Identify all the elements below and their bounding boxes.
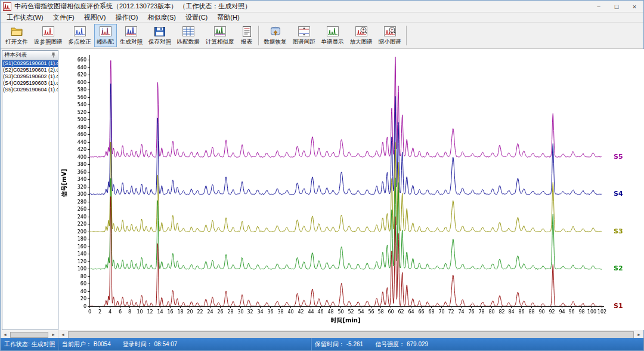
set-reference-button[interactable]: 设参照图谱 [31, 24, 66, 47]
toolbar-button-label: 设参照图谱 [34, 38, 63, 46]
toolbar-button-label: 保存对照 [148, 38, 171, 46]
menu-item-4[interactable]: 相似度(S) [143, 13, 181, 22]
toolbar-button-label: 匹配数据 [177, 38, 200, 46]
retention-time-value: -5.261 [346, 341, 363, 347]
window-controls: − □ × [590, 1, 643, 12]
title-bar: 中药色谱指纹图谱相似度评价系统（2012.130723版本） （工作状态：生成对… [1, 1, 643, 13]
multi-point-calibration-button[interactable]: 多点校正 [66, 24, 94, 47]
zoom-out-chart-icon: − [383, 26, 397, 38]
toolbar-button-label: 打开文件 [5, 38, 28, 46]
app-window: 中药色谱指纹图谱相似度评价系统（2012.130723版本） （工作状态：生成对… [0, 0, 644, 351]
report-icon [240, 26, 253, 38]
chart-spacing-icon [298, 26, 311, 38]
zoom-in-chart-button[interactable]: +放大图谱 [347, 24, 376, 47]
current-user-label: 当前用户： [62, 341, 92, 347]
toolbar-button-label: 缩小图谱 [379, 38, 401, 46]
sample-list: (S1)C0295190601 (1).cdf(S2)C0295190601 (… [2, 60, 58, 330]
toolbar-button-label: 多点校正 [69, 38, 91, 46]
chart-area [58, 49, 644, 330]
zoom-in-chart-icon: + [355, 26, 368, 38]
status-retention-time: 保留时间： -5.261 [315, 340, 363, 349]
compute-similarity-button[interactable]: 计算相似度 [203, 24, 237, 47]
status-cursor-readout: 保留时间： -5.261 信号强度： 679.029 [311, 338, 643, 350]
toolbar-button-label: 计算相似度 [206, 38, 234, 46]
multi-point-calibration-icon [73, 26, 86, 38]
menu-item-1[interactable]: 文件(F) [48, 13, 79, 22]
status-session: 当前用户： B0054 登录时间： 08:54:07 [58, 338, 311, 350]
status-signal-strength: 信号强度： 679.029 [375, 340, 428, 349]
pin-icon[interactable] [51, 52, 56, 59]
sample-panel-header: 样本列表 [2, 51, 58, 60]
menu-item-2[interactable]: 视图(V) [79, 13, 111, 22]
status-work-state: 工作状态: 生成对照 [1, 338, 58, 350]
current-user-value: B0054 [94, 341, 111, 347]
toolbar-button-label: 报表 [241, 38, 252, 46]
toolbar-button-label: 单谱显示 [321, 38, 344, 46]
open-file-button[interactable]: 打开文件 [2, 24, 31, 47]
status-bar: 工作状态: 生成对照 当前用户： B0054 登录时间： 08:54:07 保留… [1, 338, 643, 350]
toolbar-button-label: 数据恢复 [264, 38, 287, 46]
single-chart-icon [326, 26, 339, 38]
menu-item-0[interactable]: 工作状态(W) [2, 13, 48, 22]
toolbar-button-label: 生成对照 [120, 38, 143, 46]
menu-bar: 工作状态(W)文件(F)视图(V)操作(O)相似度(S)设置(C)帮助(H) [1, 13, 643, 23]
menu-item-6[interactable]: 帮助(H) [212, 13, 244, 22]
chart-spacing-button[interactable]: 图谱间距 [290, 24, 318, 47]
app-icon [3, 2, 11, 11]
save-reference-button[interactable]: 保存对照 [145, 24, 174, 47]
toolbar-button-label: 峰匹配 [97, 38, 114, 46]
window-title: 中药色谱指纹图谱相似度评价系统（2012.130723版本） （工作状态：生成对… [14, 2, 251, 11]
status-current-user: 当前用户： B0054 [62, 340, 111, 349]
svg-text:−: − [391, 27, 393, 32]
set-reference-chart-icon [42, 26, 55, 38]
toolbar-separator [258, 26, 259, 45]
chart-scroll-right-icon[interactable]: ► [634, 332, 643, 337]
save-reference-icon [153, 26, 166, 38]
sample-list-item-4[interactable]: (S4)C0295190603 (1).cdf [2, 80, 58, 87]
toolbar-separator [406, 26, 407, 45]
login-time-value: 08:54:07 [154, 341, 177, 347]
chart-scroll-left-icon[interactable]: ◄ [58, 332, 67, 337]
toolbar-button-label: 放大图谱 [350, 38, 373, 46]
data-restore-icon [269, 26, 282, 38]
close-button[interactable]: × [626, 1, 643, 12]
svg-text:+: + [362, 27, 364, 32]
data-restore-button[interactable]: 数据恢复 [261, 24, 290, 47]
report-button[interactable]: 报表 [237, 24, 256, 47]
match-data-button[interactable]: 匹配数据 [174, 24, 203, 47]
sample-panel-title: 样本列表 [4, 51, 27, 59]
zoom-out-chart-button[interactable]: −缩小图谱 [376, 24, 404, 47]
toolbar: 打开文件设参照图谱多点校正峰匹配生成对照保存对照匹配数据计算相似度报表数据恢复图… [1, 23, 643, 49]
signal-strength-value: 679.029 [407, 341, 428, 347]
sample-list-item-5[interactable]: (S5)C0295190604 (1).cdf [2, 87, 58, 93]
peak-match-button[interactable]: 峰匹配 [94, 24, 117, 47]
chromatogram-canvas[interactable] [58, 49, 644, 330]
menu-item-3[interactable]: 操作(O) [110, 13, 143, 22]
maximize-button[interactable]: □ [608, 1, 626, 12]
signal-strength-label: 信号强度： [375, 341, 405, 347]
scroll-right-icon[interactable]: ► [49, 332, 58, 337]
sample-panel-scroll-thumb[interactable] [10, 332, 48, 338]
match-data-icon [182, 26, 195, 38]
toolbar-button-label: 图谱间距 [293, 38, 315, 46]
sample-list-item-2[interactable]: (S2)C0295190601 (2).cdf [2, 67, 58, 73]
scroll-left-icon[interactable]: ◄ [1, 332, 10, 337]
menu-item-5[interactable]: 设置(C) [181, 13, 212, 22]
status-login-time: 登录时间： 08:54:07 [123, 340, 178, 349]
open-file-icon [10, 26, 23, 38]
login-time-label: 登录时间： [123, 341, 153, 347]
sample-list-item-3[interactable]: (S3)C0295190602 (1).cdf [2, 73, 58, 80]
minimize-button[interactable]: − [590, 1, 608, 12]
chart-scroll-thumb[interactable] [68, 331, 634, 338]
compute-similarity-icon [213, 26, 227, 38]
retention-time-label: 保留时间： [315, 341, 345, 347]
generate-reference-button[interactable]: 生成对照 [117, 24, 145, 47]
peak-match-icon [99, 26, 112, 38]
single-chart-display-button[interactable]: 单谱显示 [318, 24, 347, 47]
sample-panel: 样本列表 (S1)C0295190601 (1).cdf(S2)C0295190… [2, 50, 58, 330]
sample-list-item-1[interactable]: (S1)C0295190601 (1).cdf [2, 60, 58, 67]
generate-reference-icon [125, 26, 138, 38]
